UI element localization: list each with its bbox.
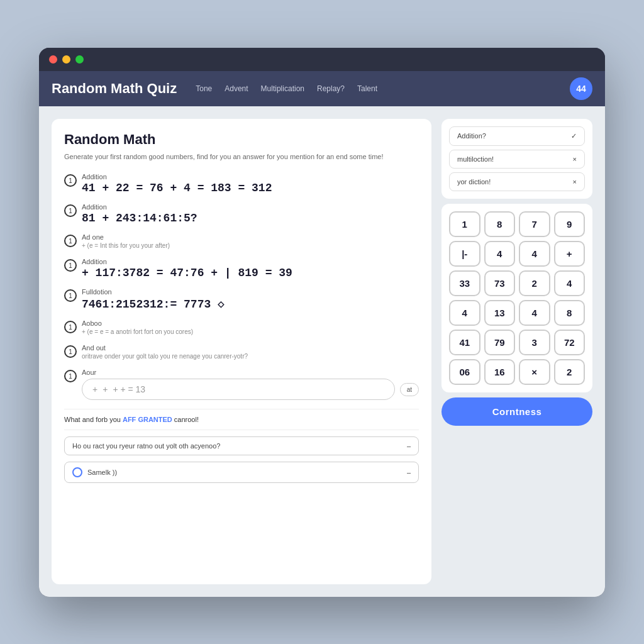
filter-label-2: yor diction! (457, 178, 491, 186)
question-number-3: 1 (64, 235, 77, 247)
nav-title: Random Math Quiz (52, 80, 177, 97)
question-item-2: 1 Addition 81 + 243:14:61:5? (64, 203, 419, 225)
numpad-grid: 1 8 7 9 |- 4 4 + 33 73 2 4 4 13 4 8 41 (449, 211, 585, 385)
answer-content: Aour + + + + = 13 at (82, 369, 419, 400)
close-button[interactable] (49, 55, 57, 64)
maximize-button[interactable] (75, 55, 84, 64)
nav-bar: Random Math Quiz Tone Advent Multiplicat… (39, 71, 605, 106)
content-area: Random Math Generate your first random g… (39, 106, 605, 597)
separator-2 (64, 430, 419, 430)
dropdown-2: Samelk )) – (64, 462, 419, 483)
question-number-1: 1 (64, 174, 77, 187)
question-item-3: 1 Ad one + (e = Int this for you your af… (64, 233, 419, 249)
nav-link-tone[interactable]: Tone (196, 84, 212, 93)
answer-submit-button[interactable]: at (400, 383, 419, 396)
numpad-btn-18[interactable]: 3 (519, 330, 550, 355)
question-number-5: 1 (64, 289, 77, 302)
separator-1 (64, 409, 419, 409)
question-subtext-7: oritrave onder your golt talo you re nen… (82, 353, 419, 360)
question-equation-4: + 117:3782 = 47:76 + | 819 = 39 (82, 267, 419, 279)
answer-row: + + + + = 13 at (82, 379, 419, 400)
right-panel: Addition? ✓ multiloction! × yor diction!… (441, 119, 592, 584)
numpad-btn-23[interactable]: 2 (554, 359, 586, 385)
numpad-btn-0[interactable]: 1 (449, 211, 480, 237)
numpad-btn-19[interactable]: 72 (554, 330, 586, 355)
numpad-btn-16[interactable]: 41 (449, 330, 480, 355)
numpad-btn-22[interactable]: × (519, 359, 550, 385)
numpad-btn-1[interactable]: 8 (484, 211, 516, 237)
dropdown-1: Ho ou ract you ryeur ratno out yolt oth … (64, 436, 419, 455)
question-number-6: 1 (64, 321, 77, 333)
dropdown-1-arrow-icon: – (407, 442, 411, 450)
numpad-btn-21[interactable]: 16 (484, 359, 516, 385)
numpad-btn-17[interactable]: 79 (484, 330, 516, 355)
question-label-1: Addition (82, 173, 419, 180)
dropdown-2-text: Samelk )) (87, 469, 117, 476)
numpad-btn-7[interactable]: + (554, 241, 586, 267)
question-content-6: Aoboo + (e = e = a anotri fort fort on y… (82, 319, 419, 335)
filter-check-0: ✓ (571, 132, 577, 140)
confirm-button[interactable]: Corntness (441, 397, 592, 426)
numpad-btn-10[interactable]: 2 (519, 270, 550, 296)
answer-input-display[interactable]: + + + + = 13 (82, 379, 395, 400)
numpad-btn-11[interactable]: 4 (554, 270, 586, 296)
dropdown-2-input[interactable]: Samelk )) – (64, 462, 419, 483)
question-content-1: Addition 41 + 22 = 76 + 4 = 183 = 312 (82, 173, 419, 194)
question-equation-1: 41 + 22 = 76 + 4 = 183 = 312 (82, 182, 419, 194)
question-number-2: 1 (64, 204, 77, 217)
question-label-6: Aoboo (82, 319, 419, 327)
filter-cross-2: × (573, 178, 577, 186)
nav-links: Tone Advent Multiplication Replay? Talen… (196, 84, 551, 93)
nav-link-multiplication[interactable]: Multiplication (261, 84, 304, 93)
dropdown-1-input[interactable]: Ho ou ract you ryeur ratno out yolt oth … (64, 436, 419, 455)
question-content-4: Addition + 117:3782 = 47:76 + | 819 = 39 (82, 258, 419, 279)
status-text: What and forb you (64, 416, 123, 423)
question-number-7: 1 (64, 345, 77, 358)
filter-item-2[interactable]: yor diction! × (449, 172, 585, 191)
question-content-3: Ad one + (e = Int this for you your afte… (82, 233, 419, 249)
numpad-btn-15[interactable]: 8 (554, 300, 586, 326)
question-equation-5: 7461:2152312:= 7773 ◇ (82, 297, 419, 311)
numpad-btn-13[interactable]: 13 (484, 300, 516, 326)
numpad-btn-5[interactable]: 4 (484, 241, 516, 267)
answer-value: + + = 13 (113, 384, 145, 394)
answer-label: Aour (82, 369, 419, 376)
question-label-7: And out (82, 344, 419, 352)
nav-link-replay[interactable]: Replay? (317, 84, 345, 93)
numpad-btn-3[interactable]: 9 (554, 211, 586, 237)
nav-link-talent[interactable]: Talent (357, 84, 377, 93)
question-number-4: 1 (64, 259, 77, 272)
question-label-3: Ad one (82, 233, 419, 241)
numpad-btn-20[interactable]: 06 (449, 359, 480, 385)
dropdown-2-arrow-icon: – (407, 469, 411, 476)
title-bar (39, 48, 605, 71)
answer-plus-icon: + (92, 384, 97, 394)
minimize-button[interactable] (62, 55, 70, 64)
question-subtext-3: + (e = Int this for you your after) (82, 242, 419, 249)
question-item-7: 1 And out oritrave onder your golt talo … (64, 344, 419, 360)
filter-label-0: Addition? (457, 132, 486, 140)
question-item-5: 1 Fulldotion 7461:2152312:= 7773 ◇ (64, 288, 419, 311)
numpad-btn-4[interactable]: |- (449, 241, 480, 267)
question-label-4: Addition (82, 258, 419, 265)
filter-cross-1: × (573, 155, 577, 163)
question-content-7: And out oritrave onder your golt talo yo… (82, 344, 419, 360)
numpad-btn-6[interactable]: 4 (519, 241, 550, 267)
nav-avatar[interactable]: 44 (570, 77, 592, 100)
answer-number: 1 (64, 370, 77, 382)
numpad-btn-9[interactable]: 73 (484, 270, 516, 296)
nav-link-advent[interactable]: Advent (225, 84, 248, 93)
filter-label-1: multiloction! (457, 155, 494, 163)
numpad-btn-14[interactable]: 4 (519, 300, 550, 326)
answer-plus2-icon: + (103, 384, 108, 394)
quiz-title: Random Math (64, 131, 419, 148)
main-panel: Random Math Generate your first random g… (52, 119, 431, 584)
filter-item-1[interactable]: multiloction! × (449, 150, 585, 169)
quiz-description: Generate your first random good numbers,… (64, 152, 419, 162)
numpad-btn-2[interactable]: 7 (519, 211, 550, 237)
numpad-btn-12[interactable]: 4 (449, 300, 480, 326)
numpad-btn-8[interactable]: 33 (449, 270, 480, 296)
question-content-2: Addition 81 + 243:14:61:5? (82, 203, 419, 225)
question-label-5: Fulldotion (82, 288, 419, 296)
filter-item-0[interactable]: Addition? ✓ (449, 126, 585, 146)
